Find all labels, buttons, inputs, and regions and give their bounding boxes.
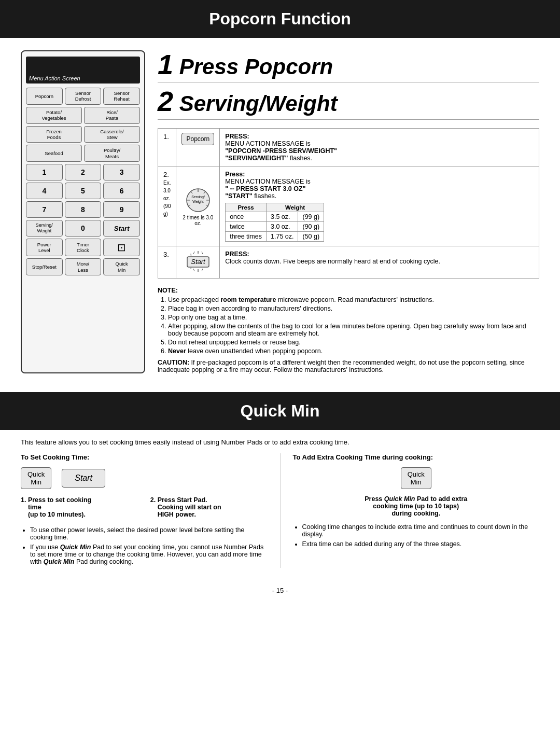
more-less-btn[interactable]: More/Less xyxy=(65,258,102,275)
step-row-3-desc: PRESS: Clock counts down. Five beeps are… xyxy=(220,246,539,279)
step-row-3-btn-cell: Start xyxy=(176,246,220,279)
num-3-btn[interactable]: 3 xyxy=(103,164,140,180)
sensor-defrost-btn[interactable]: SensorDefrost xyxy=(65,88,102,105)
potato-veg-btn[interactable]: Potato/Vegetables xyxy=(26,107,82,124)
quickmin-intro: This feature allows you to set cooking t… xyxy=(21,438,539,446)
power-level-btn[interactable]: PowerLevel xyxy=(26,239,63,256)
svg-line-18 xyxy=(202,269,203,271)
weight-row-once: once 3.5 oz. (99 g) xyxy=(226,212,324,222)
note-title: NOTE: xyxy=(158,287,539,294)
press-twice: twice xyxy=(226,222,267,232)
quickmin-header: Quick Min xyxy=(0,392,560,430)
notes-list: Use prepackaged room temperature microwa… xyxy=(168,296,539,355)
weight-three-oz: 1.75 oz. xyxy=(267,232,298,242)
weight-col-press: Press xyxy=(226,203,267,212)
times-label: 2 times is 3.0 oz. xyxy=(181,215,214,226)
steps-table: 1. Popcorn PRESS: MENU ACTION MESSAGE is… xyxy=(158,128,539,279)
notes-section: NOTE: Use prepackaged room temperature m… xyxy=(158,287,539,373)
num-7-btn[interactable]: 7 xyxy=(26,201,63,218)
page-number: - 15 - xyxy=(21,587,539,594)
step-row-1-num: 1. xyxy=(158,129,176,166)
press-once: once xyxy=(226,212,267,222)
step2-header: 2 Serving/Weight xyxy=(158,87,539,120)
microwave-screen: Menu Action Screen xyxy=(26,57,140,84)
num-5-btn[interactable]: 5 xyxy=(65,183,102,199)
last-row: Stop/Reset More/Less QuickMin xyxy=(26,258,140,275)
casserole-stew-btn[interactable]: Casserole/Stew xyxy=(84,126,140,143)
step-row-2-num: 2. Ex. 3.0 oz. (90 g) xyxy=(158,166,176,246)
seafood-btn[interactable]: Seafood xyxy=(26,145,82,162)
start-btn[interactable]: Start xyxy=(103,220,140,237)
num-8-btn[interactable]: 8 xyxy=(65,201,102,218)
qm-right-bullets: Cooking time changes to include extra ti… xyxy=(302,523,540,548)
serving-weight-btn[interactable]: Serving/Weight xyxy=(26,220,63,237)
frozen-foods-btn[interactable]: FrozenFoods xyxy=(26,126,82,143)
weight-once-g: (99 g) xyxy=(298,212,324,222)
weight-table: Press Weight once 3.5 oz. (99 g) twice 3… xyxy=(225,203,324,242)
qm-right-btn-container: QuickMin xyxy=(293,467,540,489)
num-1-btn[interactable]: 1 xyxy=(26,164,63,180)
quickmin-left-col: To Set Cooking Time: QuickMin Start 1. P… xyxy=(21,453,281,568)
num-2-btn[interactable]: 2 xyxy=(65,164,102,180)
menu-action-msg-1: MENU ACTION MESSAGE is"POPCORN -PRESS SE… xyxy=(225,140,337,162)
num-0-btn[interactable]: 0 xyxy=(65,220,102,237)
rice-pasta-btn[interactable]: Rice/Pasta xyxy=(84,107,140,124)
step1-header: 1 Press Popcorn xyxy=(158,50,539,78)
start-btn-icon: Start xyxy=(184,251,212,272)
caution-text: CAUTION: If pre-packaged popcorn is of a… xyxy=(158,359,539,373)
step-row-3-num: 3. xyxy=(158,246,176,279)
quick-min-right-btn[interactable]: QuickMin xyxy=(401,467,431,489)
step-row-1-desc: PRESS: MENU ACTION MESSAGE is"POPCORN -P… xyxy=(220,129,539,166)
start-left-btn[interactable]: Start xyxy=(62,469,105,488)
list-item: Do not reheat unpopped kernels or reuse … xyxy=(168,339,539,346)
quick-min-panel-btn[interactable]: QuickMin xyxy=(103,258,140,275)
qm-step1-label: 1. Press to set cooking time (up to 10 m… xyxy=(21,496,138,518)
num-6-btn[interactable]: 6 xyxy=(103,183,140,199)
qm-right-desc: Press Quick Min Pad to add extra cooking… xyxy=(293,495,540,517)
btn-row-4: Seafood Poultry/Meats xyxy=(26,145,140,162)
sensor-reheat-btn[interactable]: SensorReheat xyxy=(103,88,140,105)
popcorn-section: Menu Action Screen Popcorn SensorDefrost… xyxy=(21,38,539,382)
svg-text:Weight: Weight xyxy=(192,200,204,204)
btn-row-2: Potato/Vegetables Rice/Pasta xyxy=(26,107,140,124)
qm-left-title: To Set Cooking Time: xyxy=(21,453,268,461)
bottom-row: Serving/Weight 0 Start xyxy=(26,220,140,237)
svg-line-12 xyxy=(202,252,203,254)
press-label-2: Press: xyxy=(225,171,245,178)
svg-line-16 xyxy=(193,269,194,271)
timer-clock-btn[interactable]: TimerClock xyxy=(65,239,102,256)
press-label-1: PRESS: xyxy=(225,133,249,140)
step-row-1-btn-cell: Popcorn xyxy=(176,129,220,166)
step1-text: Press Popcorn xyxy=(179,54,333,79)
num-9-btn[interactable]: 9 xyxy=(103,201,140,218)
list-item: Place bag in oven according to manufactu… xyxy=(168,305,539,312)
svg-line-19 xyxy=(191,267,191,269)
popcorn-btn[interactable]: Popcorn xyxy=(26,88,63,105)
poultry-meats-btn[interactable]: Poultry/Meats xyxy=(84,145,140,162)
btn-row-1: Popcorn SensorDefrost SensorReheat xyxy=(26,88,140,105)
quick-min-left-btn[interactable]: QuickMin xyxy=(21,467,51,489)
popcorn-inline-btn[interactable]: Popcorn xyxy=(181,133,214,145)
qm-left-bullets: To use other power levels, select the de… xyxy=(30,526,268,565)
weight-row-twice: twice 3.0 oz. (90 g) xyxy=(226,222,324,232)
num-4-btn[interactable]: 4 xyxy=(26,183,63,199)
serving-weight-flash: "SERVING/WEIGHT" xyxy=(225,155,288,162)
step-3-desc-text: Clock counts down. Five beeps are normal… xyxy=(225,258,440,265)
table-row: 2. Ex. 3.0 oz. (90 g) Serving/ Weight xyxy=(158,166,539,246)
quickmin-columns: To Set Cooking Time: QuickMin Start 1. P… xyxy=(21,453,539,568)
weight-once-oz: 3.5 oz. xyxy=(267,212,298,222)
list-item: Cooking time changes to include extra ti… xyxy=(302,523,540,538)
stop-reset-btn[interactable]: Stop/Reset xyxy=(26,258,63,275)
serving-weight-dial-icon: Serving/ Weight xyxy=(185,187,212,214)
qm-steps: 1. Press to set cooking time (up to 10 m… xyxy=(21,496,268,520)
quickmin-content: This feature allows you to set cooking t… xyxy=(21,430,539,576)
svg-line-10 xyxy=(193,252,194,254)
function-btn[interactable]: ⊡ xyxy=(103,239,140,256)
popcorn-function-header: Popcorn Function xyxy=(0,0,560,38)
qm-buttons-row: QuickMin Start xyxy=(21,467,268,489)
microwave-panel: Menu Action Screen Popcorn SensorDefrost… xyxy=(21,50,145,373)
weight-row-three: three times 1.75 oz. (50 g) xyxy=(226,232,324,242)
qm-step2-label: 2. Press Start Pad. Cooking will start o… xyxy=(150,496,268,518)
list-item: Use prepackaged room temperature microwa… xyxy=(168,296,539,303)
step2-num: 2 xyxy=(158,86,173,117)
